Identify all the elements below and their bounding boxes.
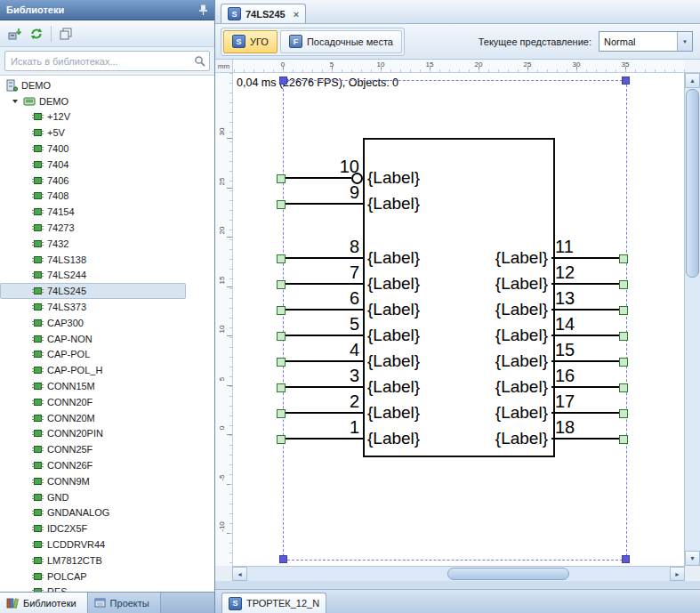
tree-item-lm7812ctb[interactable]: LM7812CTB bbox=[0, 553, 214, 569]
representation-dropdown[interactable]: Normal ▼ bbox=[599, 31, 693, 52]
tree-item-conn20pin[interactable]: CONN20PIN bbox=[0, 426, 214, 442]
component-chip-icon bbox=[32, 350, 44, 359]
tree-item-cap-non[interactable]: CAP-NON bbox=[0, 331, 214, 347]
library-manager-icon[interactable] bbox=[4, 24, 24, 44]
tree-item-lcddrvr44[interactable]: LCDDRVR44 bbox=[0, 536, 214, 553]
tab-projects[interactable]: Проекты bbox=[88, 593, 161, 613]
tree-item-74ls245[interactable]: 74LS245 bbox=[0, 283, 186, 299]
tree-item-res[interactable]: RES bbox=[0, 585, 214, 593]
scroll-left-icon[interactable]: ◄ bbox=[232, 567, 247, 581]
tree-item-gnd[interactable]: GND bbox=[0, 489, 214, 505]
selection-handle[interactable] bbox=[622, 555, 630, 563]
pin-line bbox=[551, 257, 623, 259]
tree-item-cap300[interactable]: CAP300 bbox=[0, 315, 214, 331]
library-search-bar bbox=[0, 47, 214, 76]
pin-terminal[interactable] bbox=[619, 254, 628, 263]
collapse-arrow-icon[interactable] bbox=[12, 98, 20, 105]
pin-label: {Label} bbox=[447, 324, 548, 347]
tab-libraries[interactable]: Библиотеки bbox=[0, 593, 88, 613]
tree-item-7432[interactable]: 7432 bbox=[0, 236, 214, 252]
pin-number: 15 bbox=[555, 339, 575, 360]
component-name: 74LS245 bbox=[47, 286, 86, 296]
pin-number: 18 bbox=[555, 416, 575, 438]
tree-item-+12v[interactable]: +12V bbox=[0, 109, 214, 125]
pin-number: 2 bbox=[278, 391, 359, 412]
tree-item-gndanalog[interactable]: GNDANALOG bbox=[0, 505, 214, 521]
copy-window-icon[interactable] bbox=[56, 24, 76, 44]
selection-handle[interactable] bbox=[279, 555, 287, 563]
search-input[interactable] bbox=[9, 55, 194, 68]
selection-handle[interactable] bbox=[622, 77, 630, 85]
pin-icon[interactable] bbox=[196, 3, 210, 17]
pin-label: {Label} bbox=[367, 166, 420, 190]
pin-terminal[interactable] bbox=[619, 332, 628, 341]
tree-item-74273[interactable]: 74273 bbox=[0, 220, 214, 236]
tree-item-74ls373[interactable]: 74LS373 bbox=[0, 299, 214, 315]
library-icon bbox=[23, 96, 36, 107]
ruler-unit-label: mm bbox=[215, 60, 233, 73]
pin-number: 10 bbox=[278, 156, 359, 177]
tab-label: Библиотеки bbox=[23, 598, 76, 609]
tree-item-7406[interactable]: 7406 bbox=[0, 173, 214, 189]
tree-item-polcap[interactable]: POLCAP bbox=[0, 569, 214, 585]
tree-item-conn26f[interactable]: CONN26F bbox=[0, 457, 214, 473]
pin-terminal[interactable] bbox=[619, 435, 628, 444]
tree-item-cap-pol[interactable]: CAP-POL bbox=[0, 347, 214, 363]
tree-item-+5v[interactable]: +5V bbox=[0, 125, 214, 141]
scroll-up-icon[interactable]: ▲ bbox=[685, 73, 700, 88]
pin-line bbox=[551, 386, 623, 388]
tree-item-7404[interactable]: 7404 bbox=[0, 157, 214, 173]
pin-terminal[interactable] bbox=[619, 358, 628, 367]
scroll-track[interactable] bbox=[685, 278, 700, 551]
scroll-track[interactable] bbox=[569, 567, 670, 581]
schematic-canvas[interactable]: 0,04 ms (22676 FPS), Objects: 0 10{Label… bbox=[233, 73, 684, 566]
footprint-view-button[interactable]: F Посадочные места bbox=[280, 30, 402, 53]
vertical-scroll-thumb[interactable] bbox=[686, 89, 699, 278]
component-name: CONN20F bbox=[47, 397, 93, 407]
scroll-right-icon[interactable]: ► bbox=[670, 567, 685, 581]
component-chip-icon bbox=[32, 160, 44, 169]
chevron-down-icon[interactable]: ▼ bbox=[677, 32, 692, 51]
pin-label: {Label} bbox=[367, 246, 420, 270]
tree-item-conn25f[interactable]: CONN25F bbox=[0, 441, 214, 457]
libraries-toolbar bbox=[0, 20, 214, 47]
pin-line bbox=[280, 412, 363, 414]
tree-item-demo-library[interactable]: DEMO bbox=[0, 93, 214, 109]
ruler-row: mm 05101520253035 bbox=[215, 60, 700, 73]
horizontal-scroll-thumb[interactable] bbox=[447, 568, 569, 580]
tree-item-conn15m[interactable]: CONN15M bbox=[0, 378, 214, 394]
tree-item-conn20m[interactable]: CONN20M bbox=[0, 410, 214, 426]
pin-terminal[interactable] bbox=[619, 383, 628, 392]
refresh-icon[interactable] bbox=[27, 24, 46, 44]
tree-item-7400[interactable]: 7400 bbox=[0, 141, 214, 157]
tree-item-74ls244[interactable]: 74LS244 bbox=[0, 268, 214, 284]
pin-label: {Label} bbox=[367, 401, 420, 424]
scroll-down-icon[interactable]: ▼ bbox=[685, 551, 700, 566]
tree-item-74ls138[interactable]: 74LS138 bbox=[0, 252, 214, 268]
pin-terminal[interactable] bbox=[619, 306, 628, 315]
search-icon[interactable] bbox=[194, 55, 205, 67]
component-name: LCDDRVR44 bbox=[47, 539, 105, 550]
tree-item-conn20f[interactable]: CONN20F bbox=[0, 394, 214, 410]
pin-terminal[interactable] bbox=[619, 409, 628, 418]
tree-item-idc2x5f[interactable]: IDC2X5F bbox=[0, 520, 214, 536]
bottom-tab-troptek-12-n[interactable]: S ТРОРТЕК_12_N bbox=[221, 593, 326, 613]
component-chip-icon bbox=[32, 398, 44, 407]
pin-terminal[interactable] bbox=[619, 280, 628, 289]
selection-handle[interactable] bbox=[279, 77, 287, 85]
horizontal-scrollbar[interactable]: ◄ ► bbox=[232, 566, 685, 581]
close-icon[interactable]: × bbox=[294, 9, 299, 20]
tree-item-7408[interactable]: 7408 bbox=[0, 189, 214, 205]
component-editor: S 74LS245 × S УГО F Посадочные места Тек… bbox=[215, 0, 700, 613]
tree-item-demo-group[interactable]: DEMO bbox=[0, 77, 214, 93]
document-tab-74ls245[interactable]: S 74LS245 × bbox=[221, 4, 306, 23]
ugo-view-button[interactable]: S УГО bbox=[223, 30, 278, 53]
libraries-tab-icon bbox=[6, 597, 19, 609]
component-chip-icon bbox=[32, 540, 44, 549]
vertical-scrollbar[interactable]: ▲ ▼ bbox=[684, 73, 700, 566]
tree-item-cap-pol_h[interactable]: CAP-POL_H bbox=[0, 362, 214, 378]
tree-item-74154[interactable]: 74154 bbox=[0, 204, 214, 220]
footprint-icon: F bbox=[289, 35, 302, 48]
pin-label: {Label} bbox=[447, 427, 548, 450]
tree-item-conn9m[interactable]: CONN9M bbox=[0, 473, 214, 489]
